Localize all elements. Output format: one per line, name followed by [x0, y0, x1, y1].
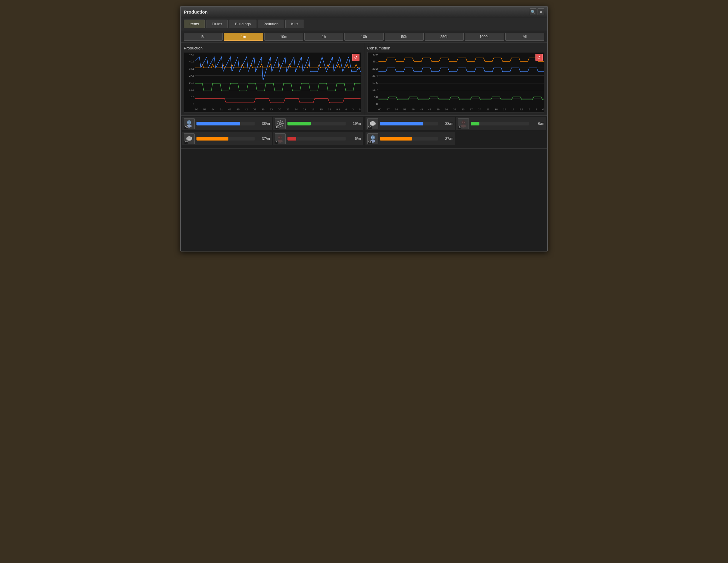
search-button[interactable]: 🔍 — [530, 8, 536, 15]
item-badge: 38 — [368, 126, 372, 129]
list-item: 38 38/m — [366, 117, 455, 132]
consumption-svg — [378, 52, 544, 106]
list-item: 38 38/m — [182, 117, 272, 132]
svg-rect-18 — [280, 120, 281, 121]
time-1m[interactable]: 1m — [224, 33, 263, 41]
y-label: 13.6 — [185, 88, 194, 91]
production-svg — [195, 52, 361, 106]
svg-point-42 — [371, 137, 372, 138]
svg-point-37 — [461, 124, 466, 127]
consumption-y-labels: 40.9 35.1 29.2 23.4 17.5 11.7 5.8 0 — [368, 52, 378, 106]
svg-point-30 — [278, 140, 283, 143]
time-10m[interactable]: 10m — [264, 33, 303, 41]
production-reset-button[interactable]: ↺ — [352, 54, 359, 61]
item-bar-orange — [380, 137, 412, 140]
item-rate: 38/m — [256, 121, 270, 126]
svg-point-35 — [370, 121, 375, 124]
item-icon-plate-silver[interactable]: 38 — [367, 118, 378, 129]
item-bar-container — [196, 122, 255, 125]
y-label: 23.4 — [368, 74, 378, 77]
item-icon-ore-dark[interactable]: 6 — [275, 133, 286, 144]
svg-point-31 — [278, 137, 280, 138]
svg-point-32 — [281, 137, 281, 138]
y-label: 0 — [368, 102, 378, 105]
svg-point-14 — [187, 121, 189, 123]
window-title: Production — [184, 9, 208, 14]
time-bar: 5s 1m 10m 1h 10h 50h 250h 1000h All — [181, 31, 547, 43]
item-bar-blue — [380, 122, 424, 125]
item-bar-blue — [196, 122, 240, 125]
y-label: 6.8 — [185, 96, 194, 99]
time-250h[interactable]: 250h — [425, 33, 464, 41]
consumption-x-labels: 60 57 54 51 48 45 42 39 36 33 30 27 24 2… — [378, 107, 544, 112]
time-50h[interactable]: 50h — [385, 33, 424, 41]
consumption-items-list: 38 38/m — [364, 116, 548, 148]
list-item: 19 19/m — [273, 117, 363, 132]
item-icon-plate-gray[interactable]: 37 — [184, 133, 195, 144]
item-bar-orange — [196, 137, 228, 140]
time-1h[interactable]: 1h — [304, 33, 343, 41]
production-items-list: 38 38/m — [181, 116, 364, 148]
item-bar-container — [287, 122, 346, 125]
svg-rect-25 — [281, 125, 283, 127]
item-icon-ore-dark2[interactable]: 6 — [458, 118, 469, 129]
y-label: 35.1 — [368, 60, 378, 63]
tab-items[interactable]: Items — [184, 20, 205, 28]
item-rate: 38/m — [440, 121, 453, 126]
consumption-chart-area: ↺ 40.9 35.1 29.2 23.4 17.5 11.7 5.8 0 — [367, 52, 544, 112]
item-badge: 37 — [368, 141, 372, 144]
bottom-section: 38 38/m — [181, 116, 547, 148]
time-10h[interactable]: 10h — [344, 33, 383, 41]
item-bar-green — [471, 122, 479, 125]
production-chart-title: Production — [184, 46, 361, 50]
item-badge: 6 — [458, 126, 461, 129]
tab-fluids[interactable]: Fluids — [206, 20, 228, 28]
y-label: 11.7 — [368, 88, 378, 91]
consumption-chart-panel: Consumption ↺ 40.9 35.1 29.2 23.4 17.5 1… — [364, 43, 548, 115]
production-x-labels: 60 57 54 51 48 45 42 39 36 33 30 27 24 2… — [195, 107, 361, 112]
time-1000h[interactable]: 1000h — [465, 33, 504, 41]
consumption-reset-button[interactable]: ↺ — [535, 54, 543, 61]
production-items-section: 38 38/m — [181, 116, 364, 148]
svg-rect-23 — [281, 121, 283, 122]
tab-buildings[interactable]: Buildings — [229, 20, 256, 28]
y-label: 47.7 — [185, 53, 194, 56]
y-label: 29.2 — [368, 67, 378, 70]
empty-area — [181, 148, 547, 251]
svg-point-43 — [373, 137, 374, 138]
tab-pollution[interactable]: Pollution — [258, 20, 284, 28]
item-icon-ore-blue2[interactable]: 37 — [367, 133, 378, 144]
svg-rect-21 — [282, 123, 284, 124]
item-bar-container — [380, 122, 438, 125]
item-icon-ore-blue[interactable]: 38 — [184, 118, 195, 129]
item-icon-gear[interactable]: 19 — [275, 118, 286, 129]
y-label: 5.8 — [368, 96, 378, 99]
svg-rect-20 — [277, 123, 278, 124]
consumption-items-section: 38 38/m — [364, 116, 548, 148]
item-rate: 37/m — [256, 137, 270, 141]
svg-point-28 — [187, 137, 192, 139]
item-rate: 6/m — [531, 121, 544, 126]
time-5s[interactable]: 5s — [184, 33, 223, 41]
svg-rect-22 — [277, 121, 279, 122]
title-bar: Production 🔍 ✕ — [181, 7, 547, 17]
y-label: 17.5 — [368, 81, 378, 84]
y-label: 40.9 — [368, 53, 378, 56]
item-bar-green — [287, 122, 311, 125]
time-all[interactable]: All — [505, 33, 544, 41]
list-item: 37 37/m — [366, 132, 455, 147]
close-button[interactable]: ✕ — [538, 8, 544, 15]
y-label: 40.9 — [185, 60, 194, 63]
item-bar-container — [196, 137, 255, 140]
svg-point-17 — [280, 123, 281, 124]
item-bar-container — [380, 137, 438, 140]
y-label: 0 — [185, 102, 194, 105]
production-window: Production 🔍 ✕ Items Fluids Buildings Po… — [180, 6, 548, 251]
item-bar-container — [287, 137, 346, 140]
list-item: 6 6/m — [456, 117, 546, 132]
tab-kills[interactable]: Kills — [285, 20, 304, 28]
y-label: 34.1 — [185, 67, 194, 70]
item-badge: 37 — [184, 141, 188, 144]
item-badge: 6 — [275, 141, 278, 144]
charts-row: Production ↺ 47.7 40.9 34.1 27.3 20.5 13… — [181, 43, 547, 116]
